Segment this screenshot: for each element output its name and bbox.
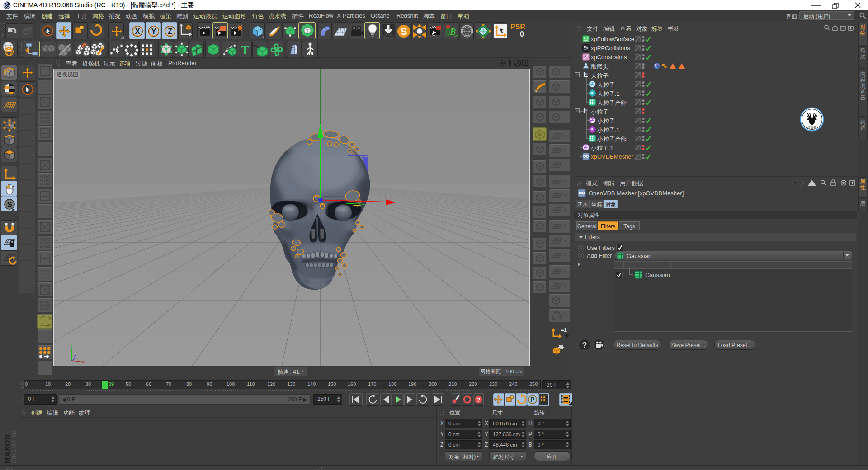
- svg-text:Y: Y: [70, 343, 73, 348]
- svg-text:Z: Z: [74, 353, 76, 358]
- svg-text:#: #: [563, 311, 566, 316]
- svg-text:Z: Z: [168, 28, 172, 35]
- svg-text:X: X: [135, 28, 140, 35]
- svg-text:S: S: [7, 201, 12, 208]
- svg-text:T: T: [241, 43, 250, 57]
- svg-text:.fx: .fx: [307, 50, 314, 56]
- svg-text:0: 0: [585, 108, 588, 112]
- svg-text:S: S: [401, 26, 407, 37]
- svg-text:P: P: [530, 396, 534, 403]
- svg-text:X: X: [82, 359, 85, 364]
- svg-text:B: B: [449, 27, 456, 37]
- svg-text:=1: =1: [561, 327, 567, 333]
- svg-text:?: ?: [477, 397, 480, 403]
- svg-text:Y: Y: [151, 28, 156, 35]
- svg-text:?: ?: [582, 341, 587, 349]
- svg-text:行走者: 行走者: [807, 126, 816, 129]
- svg-text:0: 0: [585, 72, 588, 76]
